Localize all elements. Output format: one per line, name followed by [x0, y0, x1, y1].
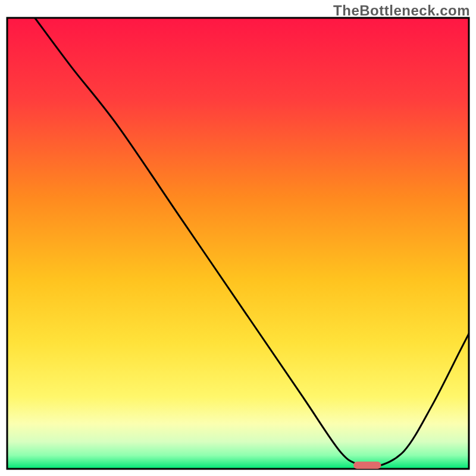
chart-container: { "watermark": "TheBottleneck.com", "cha… — [0, 0, 476, 476]
chart-svg — [0, 0, 476, 476]
watermark-text: TheBottleneck.com — [333, 2, 470, 19]
optimal-marker — [353, 462, 381, 469]
gradient-background — [7, 18, 469, 469]
